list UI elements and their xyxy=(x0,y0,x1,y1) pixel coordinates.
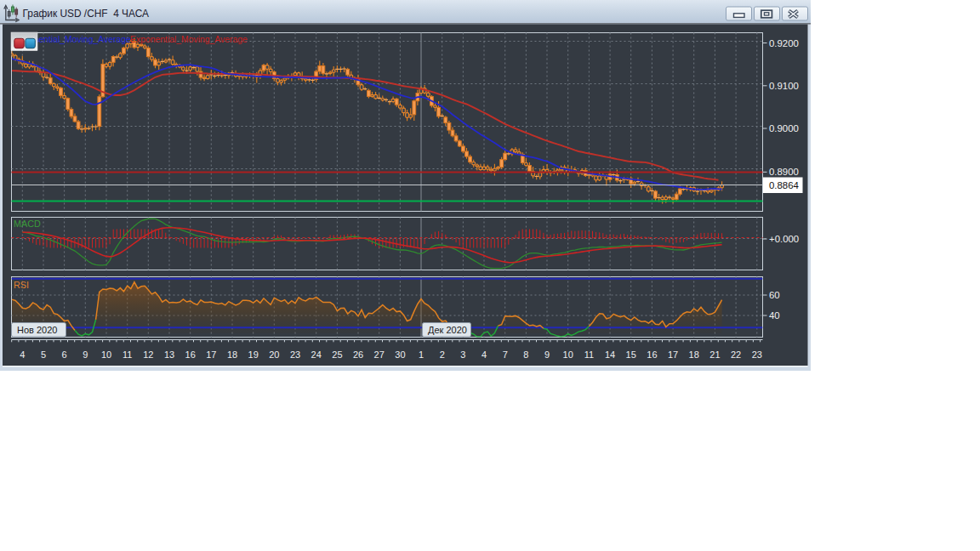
svg-text:13: 13 xyxy=(164,349,174,360)
svg-text:25: 25 xyxy=(332,349,342,360)
svg-text:17: 17 xyxy=(206,349,216,360)
svg-text:0.9200: 0.9200 xyxy=(769,38,799,48)
svg-text:11: 11 xyxy=(122,349,132,360)
svg-text:Exponential_Moving_Average: Exponential_Moving_Average xyxy=(130,35,248,44)
svg-text:10: 10 xyxy=(101,349,111,360)
svg-text:15: 15 xyxy=(626,349,636,360)
svg-text:26: 26 xyxy=(353,349,363,360)
svg-text:8: 8 xyxy=(523,349,528,360)
svg-text:Дек 2020: Дек 2020 xyxy=(428,325,467,335)
svg-text:20: 20 xyxy=(269,349,279,360)
svg-text:14: 14 xyxy=(605,349,615,360)
svg-text:12: 12 xyxy=(143,349,153,360)
svg-text:10: 10 xyxy=(563,349,573,360)
svg-text:17: 17 xyxy=(668,349,678,360)
svg-text:16: 16 xyxy=(647,349,657,360)
svg-text:60: 60 xyxy=(769,290,780,300)
svg-text:7: 7 xyxy=(503,349,508,360)
svg-text:24: 24 xyxy=(311,349,322,360)
svg-text:0.8864: 0.8864 xyxy=(769,180,799,190)
svg-text:График USD /CHF 4 ЧАСА: График USD /CHF 4 ЧАСА xyxy=(23,8,150,20)
svg-text:Нов 2020: Нов 2020 xyxy=(17,325,57,335)
svg-text:30: 30 xyxy=(395,349,405,360)
svg-text:22: 22 xyxy=(731,349,741,360)
svg-text:40: 40 xyxy=(769,310,780,321)
svg-text:4: 4 xyxy=(20,349,25,360)
svg-text:21: 21 xyxy=(709,349,720,360)
svg-text:0.8900: 0.8900 xyxy=(769,167,799,177)
svg-text:11: 11 xyxy=(584,349,594,360)
svg-text:27: 27 xyxy=(374,349,385,360)
svg-text:19: 19 xyxy=(248,349,259,360)
svg-text:2: 2 xyxy=(440,349,445,360)
svg-text:18: 18 xyxy=(689,349,699,360)
svg-text:9: 9 xyxy=(83,349,88,360)
svg-text:23: 23 xyxy=(752,349,762,360)
svg-text:MACD: MACD xyxy=(14,219,41,229)
svg-text:0.9100: 0.9100 xyxy=(769,81,799,91)
svg-text:16: 16 xyxy=(185,349,196,360)
svg-text:1: 1 xyxy=(419,349,424,360)
svg-text:5: 5 xyxy=(41,349,46,360)
svg-text:23: 23 xyxy=(290,349,300,360)
svg-text:6: 6 xyxy=(62,349,67,360)
svg-text:+0.000: +0.000 xyxy=(769,234,799,244)
svg-text:3: 3 xyxy=(460,349,465,360)
svg-text:RSI: RSI xyxy=(14,280,29,290)
svg-text:18: 18 xyxy=(227,349,237,360)
svg-text:9: 9 xyxy=(544,349,550,360)
svg-text:0.9000: 0.9000 xyxy=(769,123,799,133)
svg-text:4: 4 xyxy=(481,349,487,360)
